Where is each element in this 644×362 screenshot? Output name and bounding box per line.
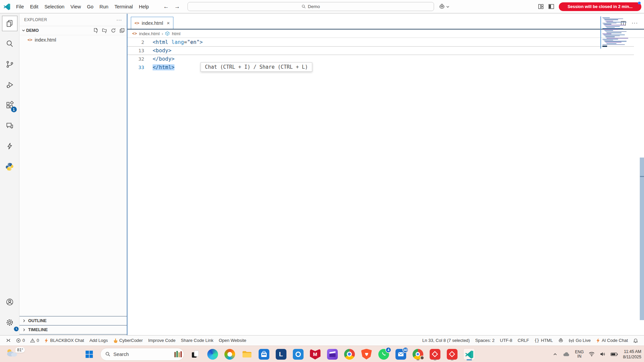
status-cursor-position[interactable]: Ln 33, Col 8 (7 selected) [420,338,473,343]
red-diamond-icon [430,349,440,360]
new-folder-icon[interactable] [102,28,107,33]
menu-file[interactable]: File [13,3,27,11]
taskbar-search[interactable]: Search [100,348,184,361]
line-number[interactable]: 33 [127,65,144,70]
file-explorer[interactable] [241,348,253,360]
activity-python[interactable] [2,159,17,174]
status-encoding[interactable]: UTF-8 [497,338,515,343]
code-editor[interactable]: 2<html lang="en">13<body>32</body>33</ht… [127,38,644,71]
clock[interactable]: 11:45 AM 8/11/2025 [623,349,641,360]
accounts-button[interactable] [2,294,17,310]
battery-icon[interactable] [610,352,618,356]
mcafee-app[interactable]: M [309,348,321,360]
onedrive-cloud-icon[interactable] [562,352,570,357]
chrome-profile[interactable] [412,348,424,360]
status-ai-code-chat[interactable]: AI Code Chat [593,338,631,343]
status-label: UTF-8 [500,338,513,343]
copilot-app[interactable] [224,348,235,360]
outline-section[interactable]: OUTLINE [19,316,127,325]
error-icon [16,338,21,343]
status-indentation[interactable]: Spaces: 2 [473,338,497,343]
forward-arrow-icon[interactable]: → [174,3,180,10]
menu-run[interactable]: Run [97,3,112,11]
status-remote-indicator[interactable] [3,338,13,343]
line-number[interactable]: 2 [127,40,144,45]
close-icon[interactable]: × [167,20,170,26]
tray-chevron-up-icon[interactable] [553,352,557,357]
tab-index-html[interactable]: <> index.html × [131,17,173,29]
breadcrumb-symbol[interactable]: html [172,31,180,36]
status-copilot-status[interactable] [555,338,566,343]
microsoft-store[interactable] [258,348,270,360]
activity-explorer[interactable] [2,16,17,31]
file-item-index-html[interactable]: <> index.html [19,35,127,44]
folder-section-header[interactable]: DEMO [19,26,127,35]
mail-app[interactable]: 40 [395,348,407,360]
copilot-menu[interactable] [439,3,449,10]
settings-button[interactable] [2,315,17,330]
refresh-icon[interactable] [111,28,116,33]
activity-run-debug[interactable] [2,77,17,93]
status-go-live[interactable]: Go Live [566,338,593,343]
search-label: Search [113,352,129,357]
line-number[interactable]: 32 [127,56,144,62]
app-red-diamond-1[interactable] [429,348,441,360]
movies-tv-app[interactable] [326,348,338,360]
app-l-tile[interactable]: L [275,348,287,360]
timeline-section[interactable]: TIMELINE [19,325,127,334]
line-number[interactable]: 13 [127,48,144,53]
session-timeout-notification[interactable]: Session will be closed in 2 min... [559,2,641,11]
menu-view[interactable]: View [67,3,84,11]
customize-layout-icon[interactable] [538,4,544,9]
toggle-sidebar-icon[interactable] [548,4,554,9]
page-scrollbar[interactable] [640,158,644,320]
status-errors-count[interactable]: 0 [13,338,28,343]
edge-browser[interactable] [207,348,218,360]
inline-chat-hint-tooltip[interactable]: Chat (CTRL + I) / Share (CTRL + L) [201,62,312,72]
code-line-32[interactable]: 32</body> [127,55,644,63]
menu-go[interactable]: Go [84,3,96,11]
activity-chat[interactable] [2,118,17,133]
status-notifications-bell[interactable] [631,338,641,343]
status-blackbox-chat[interactable]: BLACKBOX Chat [42,338,87,343]
activity-extensions[interactable]: 1 [2,98,17,113]
status-cybercoder[interactable]: CyberCoder [111,338,146,343]
volume-icon[interactable] [600,352,605,357]
status-label: Improve Code [148,338,176,343]
minimap[interactable] [600,16,633,49]
menu-help[interactable]: Help [136,3,152,11]
status-add-logs[interactable]: Add Logs [87,338,111,343]
start-button[interactable] [83,348,95,360]
status-warnings-count[interactable]: 0 [28,338,42,343]
language-indicator[interactable]: ENG IN [575,350,584,359]
back-arrow-icon[interactable]: ← [163,3,169,10]
folder-name: DEMO [26,28,39,33]
sidebar-more-actions[interactable]: ··· [116,17,122,22]
status-eol-sequence[interactable]: CRLF [515,338,532,343]
chrome-browser[interactable] [343,348,355,360]
code-line-2[interactable]: 2<html lang="en"> [127,38,644,46]
code-line-13[interactable]: 13<body> [127,46,644,55]
activity-bolt-extension[interactable] [2,138,17,154]
command-center-search[interactable]: Demo [187,2,434,11]
menu-edit[interactable]: Edit [27,3,41,11]
breadcrumb-file[interactable]: index.html [139,31,160,36]
wifi-icon[interactable] [589,352,595,357]
status-share-code-link[interactable]: Share Code Link [178,338,216,343]
activity-source-control[interactable] [2,57,17,72]
vscode-app[interactable] [463,348,475,360]
status-open-website[interactable]: Open Website [216,338,249,343]
alexa-app[interactable] [292,348,304,360]
whatsapp-app[interactable]: 4 [378,348,389,360]
app-red-diamond-2[interactable] [446,348,458,360]
task-view-button[interactable] [190,348,201,360]
activity-search[interactable] [2,36,17,52]
menu-selection[interactable]: Selection [41,3,67,11]
brave-browser[interactable] [361,348,372,360]
weather-widget[interactable]: 81° [5,347,25,357]
status-language-mode[interactable]: {}HTML [532,338,555,343]
status-improve-code[interactable]: Improve Code [146,338,178,343]
new-file-icon[interactable] [93,28,99,33]
collapse-all-icon[interactable] [119,28,125,33]
menu-terminal[interactable]: Terminal [111,3,136,11]
